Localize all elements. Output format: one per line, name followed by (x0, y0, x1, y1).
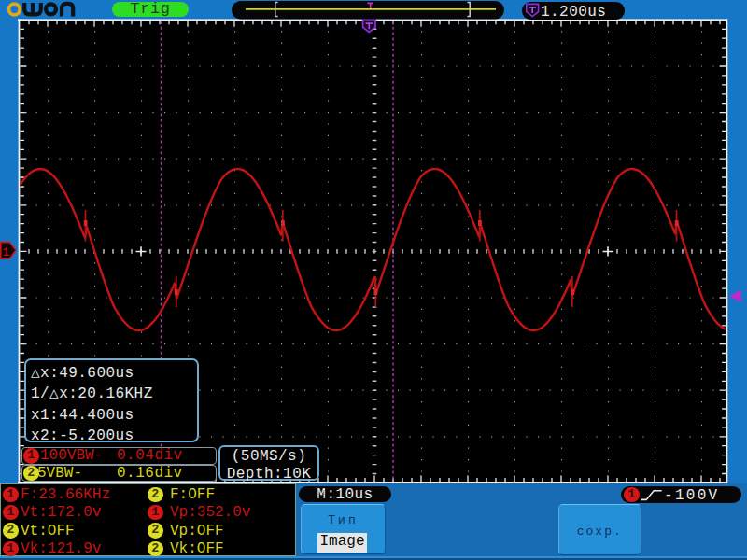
svg-text:1: 1 (3, 246, 10, 259)
